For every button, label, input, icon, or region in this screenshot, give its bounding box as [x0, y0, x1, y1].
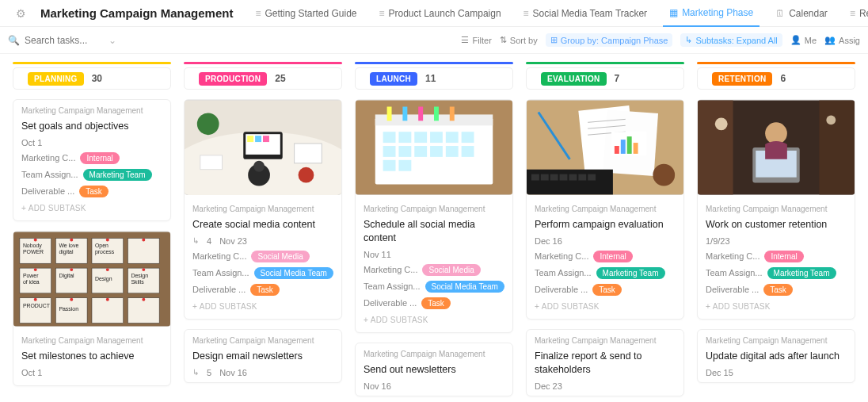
svg-point-94 [653, 164, 675, 186]
svg-rect-62 [398, 146, 411, 157]
add-subtask-button[interactable]: + ADD SUBTASK [364, 316, 504, 324]
tag-task[interactable]: Task [79, 186, 108, 197]
tag-internal[interactable]: Internal [593, 251, 632, 262]
tag-task[interactable]: Task [592, 284, 622, 296]
column-accent [184, 62, 342, 64]
filter-label: Filter [472, 36, 491, 45]
list-icon: ≡ [255, 8, 261, 19]
svg-point-30 [142, 238, 145, 241]
svg-point-34 [142, 268, 145, 271]
group-by-button[interactable]: ⊞Group by: Campaign Phase [546, 33, 673, 47]
field-label: Marketing C... [706, 251, 760, 261]
subtasks-button[interactable]: ↳Subtasks: Expand All [680, 33, 782, 47]
svg-point-33 [106, 268, 109, 271]
phase-count: 7 [615, 73, 620, 84]
tab-social-media[interactable]: ≡Social Media Team Tracker [517, 0, 654, 27]
tag-internal[interactable]: Internal [80, 152, 119, 164]
column-header[interactable]: PLANNING 30 [13, 67, 171, 90]
task-title: Design email newsletters [192, 350, 333, 363]
add-subtask-button[interactable]: + ADD SUBTASK [21, 204, 162, 212]
svg-rect-67 [383, 160, 396, 171]
tag-social-media[interactable]: Social Media [422, 264, 480, 276]
svg-rect-91 [578, 174, 586, 181]
task-card[interactable]: NobodyPOWERWe lovedigitalOpenprocessPowe… [13, 231, 171, 386]
add-subtask-button[interactable]: + ADD SUBTASK [535, 302, 676, 311]
svg-rect-12 [128, 298, 160, 324]
breadcrumb: Marketing Campaign Management [706, 336, 847, 345]
column-header[interactable]: RETENTION 6 [697, 67, 855, 90]
task-title: Finalize report & send to stakeholders [535, 350, 676, 377]
task-title: Perform campaign evaluation [535, 218, 676, 232]
task-thumbnail [698, 100, 855, 195]
field-label: Team Assign... [364, 281, 421, 291]
svg-rect-85 [527, 170, 613, 195]
task-card[interactable]: Marketing Campaign Management Create soc… [184, 99, 342, 320]
svg-text:Passion: Passion [59, 305, 78, 311]
breadcrumb: Marketing Campaign Management [364, 350, 504, 358]
sort-button[interactable]: ⇅Sort by [500, 35, 538, 45]
svg-rect-97 [819, 101, 855, 195]
svg-text:Digital: Digital [59, 273, 74, 279]
svg-text:Nobody: Nobody [23, 243, 42, 249]
svg-rect-96 [698, 101, 733, 195]
task-thumbnail [527, 100, 683, 195]
tab-getting-started[interactable]: ≡Getting Started Guide [249, 0, 363, 27]
tag-sm-team[interactable]: Social Media Team [254, 267, 333, 279]
tag-task[interactable]: Task [763, 284, 793, 296]
field-label: Team Assign... [535, 268, 592, 278]
task-card[interactable]: Marketing Campaign Management Perform ca… [526, 99, 684, 320]
task-card[interactable]: Marketing Campaign Management Send out n… [355, 343, 513, 396]
menu-icon[interactable] [5, 8, 8, 19]
column-header[interactable]: PRODUCTION 25 [184, 67, 342, 90]
group-icon: ⊞ [550, 35, 558, 45]
svg-point-27 [34, 238, 37, 241]
task-card[interactable]: Marketing Campaign Management Schedule a… [355, 99, 513, 333]
tab-product-launch[interactable]: ≡Product Launch Campaign [372, 0, 507, 27]
svg-text:POWER: POWER [23, 249, 44, 255]
add-subtask-button[interactable]: + ADD SUBTASK [706, 302, 847, 311]
tag-internal[interactable]: Internal [764, 251, 803, 262]
task-thumbnail [356, 100, 512, 195]
task-card[interactable]: Marketing Campaign Management Set goals … [13, 99, 171, 221]
tag-social-media[interactable]: Social Media [251, 251, 309, 262]
me-filter[interactable]: 👤Me [790, 35, 817, 45]
tab-calendar[interactable]: 🗓Calendar [769, 0, 834, 27]
tag-task[interactable]: Task [250, 284, 280, 296]
task-card[interactable]: Marketing Campaign Management Finalize r… [526, 329, 684, 396]
svg-point-47 [253, 161, 265, 172]
task-card[interactable]: Marketing Campaign Management Design ema… [184, 329, 342, 383]
tag-sm-team[interactable]: Social Media Team [425, 281, 504, 293]
svg-text:We love: We love [59, 243, 78, 248]
add-subtask-button[interactable]: + ADD SUBTASK [192, 302, 333, 311]
field-label: Team Assign... [706, 268, 763, 278]
svg-rect-9 [20, 298, 51, 324]
phase-badge: LAUNCH [370, 72, 417, 86]
column-launch: LAUNCH 11 Marketing Campaign Management … [355, 62, 513, 396]
tag-marketing-team[interactable]: Marketing Team [596, 267, 665, 279]
svg-point-50 [299, 167, 314, 183]
breadcrumb: Marketing Campaign Management [364, 205, 504, 213]
task-card[interactable]: Marketing Campaign Management Work on cu… [697, 99, 855, 320]
tag-marketing-team[interactable]: Marketing Team [767, 267, 836, 279]
svg-text:process: process [95, 249, 115, 255]
tab-label: Marketing Phase [682, 7, 753, 18]
tag-task[interactable]: Task [421, 297, 451, 309]
column-production: PRODUCTION 25 Marketing Campaign Managem… [184, 62, 342, 396]
filter-button[interactable]: ☰Filter [461, 35, 491, 45]
breadcrumb: Marketing Campaign Management [706, 205, 847, 213]
tab-marketing-phase[interactable]: ▦Marketing Phase [663, 0, 760, 27]
svg-point-38 [142, 298, 145, 301]
filter-icon: ☰ [461, 35, 469, 45]
assignees-button[interactable]: 👥Assig [824, 35, 860, 45]
chevron-down-icon[interactable]: ⌄ [108, 35, 116, 46]
task-card[interactable]: Marketing Campaign Management Update dig… [697, 329, 855, 383]
search-input[interactable] [25, 35, 104, 46]
column-header[interactable]: EVALUATION 7 [526, 67, 684, 90]
svg-point-101 [715, 117, 728, 130]
tag-marketing-team[interactable]: Marketing Team [83, 169, 152, 181]
column-header[interactable]: LAUNCH 11 [355, 67, 513, 90]
settings-icon[interactable]: ⚙ [16, 7, 26, 20]
tab-rel[interactable]: ≡Rel [843, 0, 868, 27]
search-box[interactable]: 🔍 ⌄ [8, 35, 143, 46]
svg-rect-63 [414, 146, 427, 157]
